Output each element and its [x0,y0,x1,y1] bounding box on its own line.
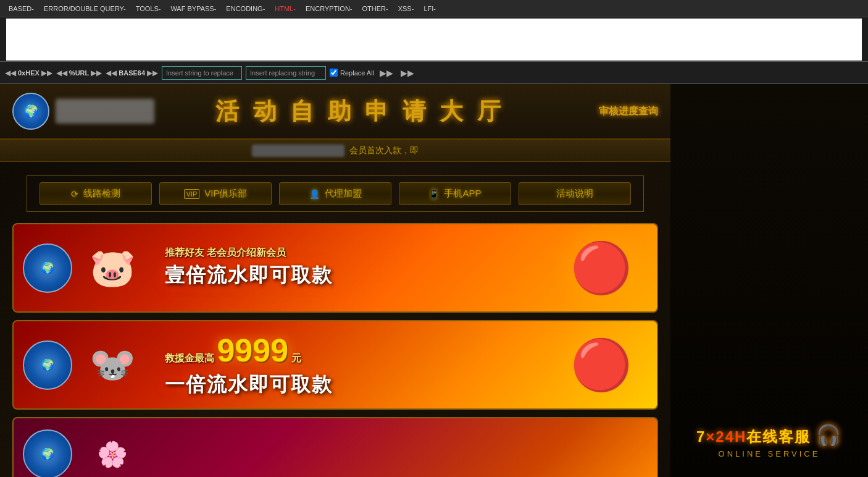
menu-based[interactable]: BASED- [5,4,38,14]
base64-group: ◀◀ BASE64 ▶▶ [106,69,158,77]
service-subtitle: ONLINE SERVICE [719,449,820,458]
sub-header-redacted [252,145,344,157]
menu-bar: BASED- ERROR/DOUBLE QUERY- TOOLS- WAF BY… [0,0,868,17]
menu-encryption[interactable]: ENCRYPTION- [302,4,356,14]
service-headset-icon: 🎧 [816,424,842,446]
banner1-title: 壹倍流水即可取款 [165,262,533,289]
nav-btn-agent-label: 代理加盟 [325,188,362,200]
banner2-deco: 🔴 [546,321,657,408]
hex-label: 0xHEX [18,69,40,77]
banner2-amount: 9999 [217,332,288,368]
nav-right1[interactable]: ▶▶ [378,68,395,78]
toolbar2: ◀◀ 0xHEX ▶▶ ◀◀ %URL ▶▶ ◀◀ BASE64 ▶▶ Repl… [0,62,868,84]
banner3-mascot: 🌸 [72,417,152,477]
nav-buttons-inner: ⟳ 线路检测 VIP VIP俱乐部 👤 代理加盟 📱 手机APP 活动说明 [27,175,644,212]
nav-btn-route[interactable]: ⟳ 线路检测 [40,182,152,205]
banner2-subtitle: 救援金最高 9999 元 [165,332,533,369]
route-icon: ⟳ [71,189,78,199]
address-toolbar [0,17,868,62]
banner-rescue: 🌍 🐭 救援金最高 9999 元 一倍流水即可取款 🔴 [12,320,658,410]
service-7: 7 [696,428,706,445]
base64-left-arrow[interactable]: ◀◀ [106,69,117,77]
logo-area: 🌍 [12,93,185,130]
search-input[interactable] [162,66,242,80]
online-service: 7×24H在线客服 🎧 ONLINE SERVICE [696,423,842,458]
right-panel: 7×24H在线客服 🎧 ONLINE SERVICE [670,84,868,477]
nav-btn-vip-label: VIP俱乐部 [204,188,247,200]
banner-partial: 🌍 🌸 [12,417,658,477]
audit-link[interactable]: 审核进度查询 [599,106,658,116]
site-title-text: 活 动 自 助 申 请 大 厅 [215,98,504,124]
menu-waf[interactable]: WAF BYPASS- [167,4,220,14]
url-group: ◀◀ %URL ▶▶ [56,69,102,77]
hex-right-arrow[interactable]: ▶▶ [41,69,52,77]
nav-buttons-wrapper: ⟳ 线路检测 VIP VIP俱乐部 👤 代理加盟 📱 手机APP 活动说明 [0,171,670,217]
banner1-subtitle: 推荐好友 老会员介绍新会员 [165,247,533,260]
banners-container: 🌍 🐷 推荐好友 老会员介绍新会员 壹倍流水即可取款 🔴 🌍 🐭 救援金最高 9… [0,217,670,477]
nav-btn-activity[interactable]: 活动说明 [519,182,631,205]
banner2-mascot: 🐭 [72,325,152,405]
url-right-arrow[interactable]: ▶▶ [91,69,102,77]
service-x24: ×24H [706,428,746,445]
banner2-logo: 🌍 [23,340,72,390]
menu-error[interactable]: ERROR/DOUBLE QUERY- [40,4,130,14]
nav-btn-app[interactable]: 📱 手机APP [399,182,511,205]
banner3-logo: 🌍 [23,429,72,477]
replace-all-text: Replace All [340,69,374,77]
nav-btn-vip[interactable]: VIP VIP俱乐部 [159,182,272,205]
hex-group: ◀◀ 0xHEX ▶▶ [5,69,52,77]
menu-lfi[interactable]: LFI- [420,4,440,14]
site-header: 🌍 活 动 自 助 申 请 大 厅 审核进度查询 [0,84,670,140]
hex-left-arrow[interactable]: ◀◀ [5,69,16,77]
url-label: %URL [69,69,89,77]
nav-btn-agent[interactable]: 👤 代理加盟 [279,182,391,205]
sub-header-text: 会员首次入款，即 [349,145,419,156]
nav-right2[interactable]: ▶▶ [399,68,416,78]
menu-other[interactable]: OTHER- [359,4,392,14]
menu-html[interactable]: HTML- [271,4,299,14]
site-title: 活 动 自 助 申 请 大 厅 [185,96,535,127]
banner1-text: 推荐好友 老会员介绍新会员 壹倍流水即可取款 [152,240,546,295]
vip-icon: VIP [184,189,200,199]
address-area [6,19,862,61]
nav-btn-route-label: 线路检测 [83,188,120,200]
header-right: 审核进度查询 [535,105,658,118]
nav-btn-app-label: 手机APP [444,188,481,200]
main-content: 🌍 活 动 自 助 申 请 大 厅 审核进度查询 会员首次入款，即 ⟳ 线路检测… [0,84,868,477]
app-icon: 📱 [428,189,439,199]
replace-all-checkbox[interactable] [330,69,338,77]
agent-icon: 👤 [309,189,320,199]
menu-xss[interactable]: XSS- [394,4,418,14]
banner-referral: 🌍 🐷 推荐好友 老会员介绍新会员 壹倍流水即可取款 🔴 [12,223,658,313]
banner1-mascot: 🐷 [72,228,152,308]
menu-tools[interactable]: TOOLS- [132,4,165,14]
service-rest: 在线客服 [746,428,811,445]
sub-header: 会员首次入款，即 [0,140,670,162]
url-left-arrow[interactable]: ◀◀ [56,69,67,77]
banner1-deco: 🔴 [546,224,657,311]
banner2-title: 一倍流水即可取款 [165,371,533,399]
nav-btn-activity-label: 活动说明 [556,188,593,200]
base64-right-arrow[interactable]: ▶▶ [147,69,158,77]
base64-label: BASE64 [119,69,145,77]
menu-encoding[interactable]: ENCODING- [222,4,269,14]
logo-text-blurred [56,99,154,124]
replace-input[interactable] [246,66,326,80]
logo-icon: 🌍 [12,93,49,130]
banner1-logo: 🌍 [23,243,72,293]
banner2-text: 救援金最高 9999 元 一倍流水即可取款 [152,326,546,405]
replace-all-label[interactable]: Replace All [330,69,374,77]
service-title: 7×24H在线客服 🎧 [696,423,842,447]
